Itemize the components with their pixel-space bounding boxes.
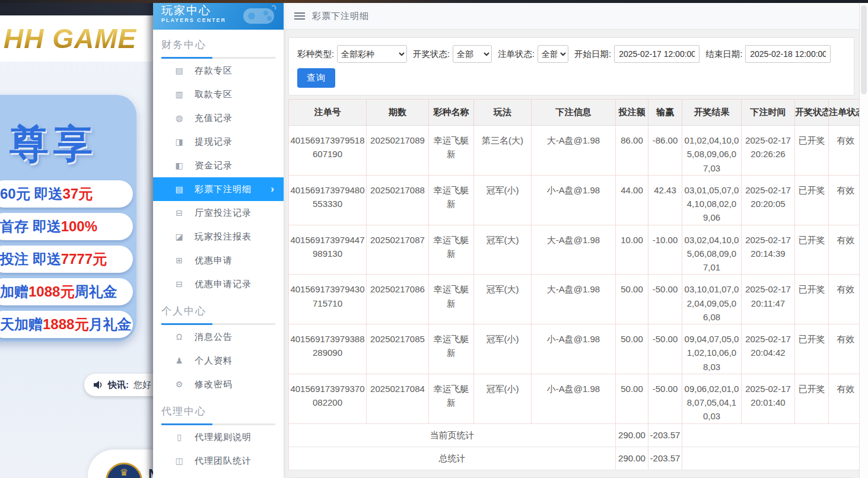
withdraw-icon: ▥	[174, 90, 184, 99]
table-cell: -50.00	[648, 324, 682, 374]
table-cell: 冠军(大)	[474, 225, 532, 275]
table-cell: 已开奖	[795, 324, 829, 374]
grand-summary-label: 总统计	[289, 447, 616, 470]
table-cell: 50.00	[616, 275, 648, 324]
draw-status-select[interactable]: 全部	[453, 45, 492, 63]
col-header-issue: 期数	[367, 100, 429, 126]
user-icon: ♟	[174, 356, 184, 365]
moneybag-icon: ◍	[174, 113, 184, 123]
sidebar-item-withdrawal-records[interactable]: ◨ 提现记录	[153, 130, 284, 154]
table-cell: 2025-02-17 20:01:40	[742, 374, 795, 423]
sidebar-item-player-bet-report[interactable]: ◪ 玩家投注报表	[153, 225, 284, 248]
grand-summary-row: 总统计 290.00 -203.57	[289, 447, 863, 470]
sidebar-item-agent-rules[interactable]: ▯ 代理规则说明	[153, 425, 284, 449]
order-status-select[interactable]: 全部	[538, 45, 568, 63]
table-row: 40156917397948055333020250217088幸运飞艇新冠军(…	[289, 175, 863, 225]
ticker-label: 快讯:	[108, 380, 129, 391]
sidebar-item-deposit-zone[interactable]: ▤ 存款专区	[153, 59, 284, 82]
lottery-type-select[interactable]: 全部彩种	[337, 45, 407, 63]
background-page: HH GAME 尊享 60元 即送37元 首存 即送100% 投注 即送7777…	[0, 0, 153, 478]
table-cell: 20250217088	[367, 175, 429, 225]
order-status-label: 注单状态:	[498, 49, 535, 60]
table-cell: 有效	[829, 126, 863, 176]
table-cell: 09,04,07,05,01,02,10,06,08,03	[682, 324, 742, 374]
sidebar-header: 玩家中心 PLAYERS CENTER	[153, 0, 284, 30]
hall-records-icon: ⊟	[174, 208, 184, 218]
table-cell: 2025-02-17 20:11:47	[742, 275, 795, 324]
table-cell: 大-A盘@1.98	[532, 275, 616, 324]
grand-summary-bet-total: 290.00	[616, 447, 648, 470]
table-cell: 86.00	[616, 126, 648, 176]
sidebar-item-promo-apply-records[interactable]: ⊟ 优惠申请记录	[153, 272, 284, 296]
start-date-input[interactable]	[614, 45, 700, 63]
gear-icon: ⚙	[174, 380, 184, 389]
promo-banner: 尊享 60元 即送37元 首存 即送100% 投注 即送7777元 加赠1088…	[0, 95, 136, 342]
sidebar-item-lottery-bet-details[interactable]: ▤ 彩票下注明细 ›	[153, 177, 284, 201]
col-header-order-no: 注单号	[289, 100, 367, 126]
promo-records-icon: ⊟	[174, 279, 184, 289]
table-header-row: 注单号 期数 彩种名称 玩法 下注信息 投注额 输赢 开奖结果 下注时间 开奖状…	[289, 100, 863, 126]
col-header-draw-result: 开奖结果	[682, 100, 742, 126]
sidebar-item-announcements[interactable]: Ω 消息公告	[153, 325, 284, 349]
col-header-bet-amount: 投注额	[616, 100, 648, 126]
sidebar-item-hall-bet-records[interactable]: ⊟ 厅室投注记录	[153, 201, 284, 225]
sidebar-item-change-password[interactable]: ⚙ 修改密码	[153, 372, 284, 396]
sidebar-item-profile[interactable]: ♟ 个人资料	[153, 349, 284, 372]
vertical-scrollbar[interactable]	[859, 3, 868, 478]
table-cell: 09,06,02,01,08,07,05,04,10,03	[682, 374, 742, 423]
col-header-winloss: 输赢	[648, 100, 682, 126]
table-row: 40156917397937008220020250217084幸运飞艇新冠军(…	[289, 374, 863, 423]
scrollbar-thumb[interactable]	[861, 5, 867, 94]
table-cell: 大-A盘@1.98	[532, 126, 616, 176]
table-cell: 20250217087	[367, 225, 429, 275]
team-stats-icon: ◫	[174, 456, 184, 466]
end-date-input[interactable]	[745, 45, 831, 63]
table-cell: 20250217089	[367, 126, 429, 176]
col-header-bet-time: 下注时间	[742, 100, 795, 126]
table-cell: 已开奖	[795, 275, 829, 324]
table-cell: 有效	[829, 374, 863, 423]
player-center-sidebar: 玩家中心 PLAYERS CENTER 财务中心 ▤ 存款专区 ▥ 取款专区 ◍…	[153, 0, 284, 478]
table-cell: 03,02,04,10,05,06,08,09,07,01	[682, 225, 742, 275]
sidebar-item-promo-apply[interactable]: ⊞ 优惠申请	[153, 248, 284, 272]
promo-pill: 60元 即送37元	[0, 180, 133, 208]
bell-icon: Ω	[174, 332, 184, 342]
table-cell: 第三名(大)	[474, 126, 532, 176]
footer-panel: ♛ N	[88, 450, 153, 478]
start-date-label: 开始日期:	[574, 49, 611, 60]
table-cell: 20250217085	[367, 324, 429, 374]
table-cell: 44.00	[616, 175, 648, 225]
hamburger-menu-icon[interactable]	[294, 12, 305, 20]
draw-status-label: 开奖状态:	[413, 49, 450, 60]
table-cell: 10.00	[616, 225, 648, 275]
table-cell: 幸运飞艇新	[429, 324, 474, 374]
table-cell: 2025-02-17 20:26:26	[742, 126, 795, 176]
col-header-draw-status: 开奖状态	[795, 100, 829, 126]
sidebar-item-funds-records[interactable]: ◧ 资金记录	[153, 154, 284, 177]
table-cell: 大-A盘@1.98	[532, 225, 616, 275]
page-summary-row: 当前页统计 290.00 -203.57	[289, 423, 863, 447]
page-summary-bet-total: 290.00	[616, 423, 648, 447]
sidebar-item-recharge-records[interactable]: ◍ 充值记录	[153, 106, 284, 130]
main-content: 彩票下注明细 彩种类型: 全部彩种 开奖状态: 全部 注单状态: 全部	[284, 3, 859, 478]
table-cell: 幸运飞艇新	[429, 374, 474, 423]
table-cell: -50.00	[648, 374, 682, 423]
table-cell: 401569173979447989130	[289, 225, 367, 275]
table-cell: 401569173979430715710	[289, 275, 367, 324]
bet-details-table: 注单号 期数 彩种名称 玩法 下注信息 投注额 输赢 开奖结果 下注时间 开奖状…	[288, 99, 863, 470]
sidebar-section-personal: 个人中心	[153, 296, 284, 325]
sidebar-item-withdraw-zone[interactable]: ▥ 取款专区	[153, 82, 284, 106]
promo-headline: 尊享	[9, 117, 136, 171]
table-cell: 冠军(小)	[474, 374, 532, 423]
table-cell: 2025-02-17 20:20:05	[742, 175, 795, 225]
col-header-lottery-name: 彩种名称	[429, 100, 474, 126]
club-emblem-icon: ♛	[120, 468, 128, 478]
query-button[interactable]: 查询	[297, 68, 335, 88]
lottery-type-label: 彩种类型:	[297, 49, 334, 60]
promo-pill: 投注 即送7777元	[0, 246, 133, 273]
sidebar-item-agent-team-stats[interactable]: ◫ 代理团队统计	[153, 449, 284, 473]
table-cell: 幸运飞艇新	[429, 126, 474, 176]
table-cell: 已开奖	[795, 126, 829, 176]
table-cell: -10.00	[648, 225, 682, 275]
col-header-bet-info: 下注信息	[532, 100, 616, 126]
